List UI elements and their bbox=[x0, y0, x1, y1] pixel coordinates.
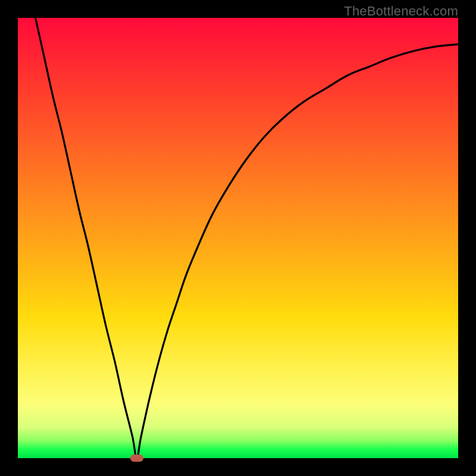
watermark-text: TheBottleneck.com bbox=[344, 4, 458, 19]
curve-svg bbox=[18, 18, 458, 458]
plot-area bbox=[18, 18, 458, 458]
minimum-marker bbox=[130, 455, 143, 462]
chart-container: TheBottleneck.com bbox=[0, 0, 476, 476]
bottleneck-curve bbox=[36, 18, 458, 458]
